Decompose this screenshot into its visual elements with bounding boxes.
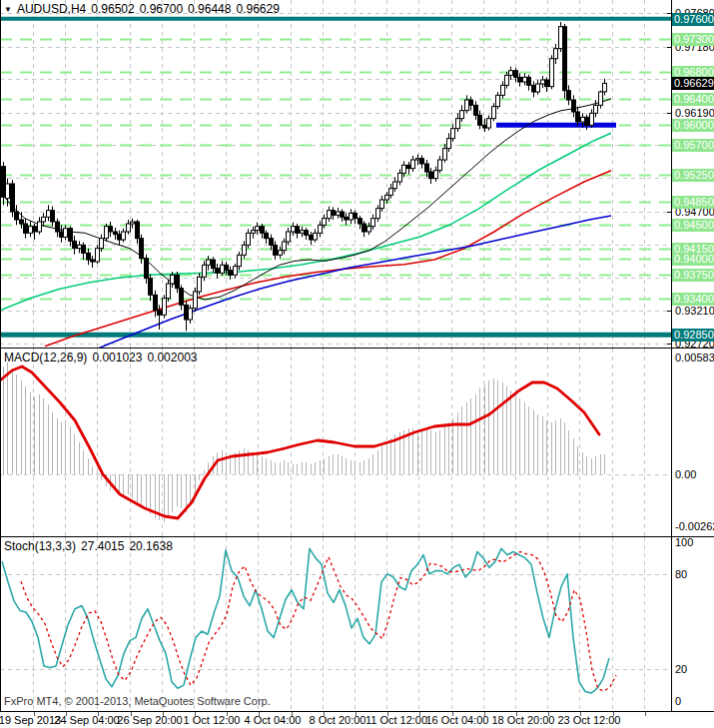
stoch-k-line	[2, 548, 609, 693]
time-axis-label: 16 Oct 04:00	[426, 714, 489, 726]
stoch-scale-label: 80	[675, 568, 687, 581]
stoch-indicator-title: Stoch(13,3,3)27.401520.1638	[4, 539, 178, 553]
time-axis-label: 26 Sep 20:00	[117, 714, 182, 726]
open-value: 0.96502	[91, 2, 134, 16]
time-axis-label: 11 Oct 12:00	[365, 714, 427, 726]
time-axis-label: 18 Oct 20:00	[492, 714, 555, 726]
horizontal-gridlines	[0, 14, 671, 345]
macd-signal-value: 0.002003	[147, 351, 197, 364]
time-axis[interactable]: 19 Sep 201324 Sep 04:0026 Sep 20:001 Oct…	[0, 712, 714, 728]
macd-indicator-title: MACD(12,26,9)0.0010230.002003	[4, 351, 203, 364]
price-scale-label: 0.93210	[675, 305, 714, 318]
panel-divider[interactable]	[0, 536, 714, 537]
stoch-d-line	[21, 552, 616, 691]
macd-signal-line	[0, 366, 599, 518]
panel-divider[interactable]	[0, 348, 714, 349]
stoch-scale-label: 0	[675, 695, 681, 708]
time-axis-label: 4 Oct 04:00	[245, 714, 302, 726]
key-level-badge: 0.92850	[672, 329, 714, 342]
ma-fast-black-line	[0, 99, 611, 300]
macd-scale-label: 0.005836	[675, 352, 714, 364]
stoch-k-value: 27.4015	[81, 539, 124, 553]
symbol-label: AUDUSD,H4	[17, 2, 86, 16]
price-level-badge: 0.93750	[672, 269, 714, 282]
price-level-badge: 0.93400	[672, 293, 714, 306]
time-axis-label: 8 Oct 20:00	[310, 714, 366, 726]
low-value: 0.96448	[188, 2, 231, 16]
time-axis-label: 1 Oct 12:00	[184, 714, 241, 726]
macd-label: MACD(12,26,9)	[4, 351, 87, 364]
key-level-lines	[0, 19, 671, 336]
symbol-title: ▼AUDUSD,H40.965020.967000.964480.96629	[4, 2, 285, 16]
key-level-badge: 0.97600	[672, 13, 714, 26]
current-price-badge: 0.96629	[672, 77, 714, 90]
collapse-indicator-icon[interactable]: ▼	[4, 5, 12, 14]
high-value: 0.96700	[140, 2, 183, 16]
stoch-d-value: 20.1638	[129, 539, 172, 553]
stoch-scale-label: 100	[675, 536, 693, 549]
green-level-lines	[0, 40, 671, 300]
price-level-badge: 0.95700	[672, 139, 714, 152]
price-level-badge: 0.94000	[672, 253, 714, 266]
vertical-gridlines	[34, 0, 645, 348]
price-scale: 0.976800.971800.961900.947000.932100.927…	[672, 0, 714, 728]
plot-left-border	[0, 0, 1, 712]
mt4-chart-window: { "header": {"symbol": "AUDUSD,H4", "ope…	[0, 0, 714, 728]
macd-scale-label: 0.00	[675, 468, 696, 481]
price-level-badge: 0.97300	[672, 33, 714, 46]
time-axis-tick	[645, 712, 646, 716]
time-axis-label: 24 Sep 04:00	[54, 714, 119, 726]
platform-copyright: FxPro MT4, © 2001-2013, MetaQuotes Softw…	[4, 695, 271, 707]
time-axis-label: 23 Oct 12:00	[558, 714, 621, 726]
stoch-label: Stoch(13,3,3)	[4, 539, 76, 553]
price-chart-plot[interactable]	[0, 0, 672, 348]
ma-slowest-blue-line	[78, 216, 611, 348]
time-axis-label: 19 Sep 2013	[0, 714, 61, 726]
price-level-badge: 0.96000	[672, 119, 714, 132]
price-level-badge: 0.94850	[672, 196, 714, 209]
price-level-badge: 0.96400	[672, 93, 714, 106]
macd-indicator-plot[interactable]	[0, 349, 672, 536]
close-value: 0.96629	[236, 2, 279, 16]
price-level-badge: 0.94500	[672, 219, 714, 232]
macd-main-value: 0.001023	[92, 351, 142, 364]
stoch-indicator-plot[interactable]	[0, 537, 672, 711]
stoch-scale-label: 20	[675, 663, 687, 676]
ma-medium-green-line	[0, 133, 611, 310]
vertical-gridlines	[34, 537, 645, 711]
price-level-badge: 0.95250	[672, 169, 714, 182]
macd-scale-label: -0.002627	[675, 520, 714, 533]
